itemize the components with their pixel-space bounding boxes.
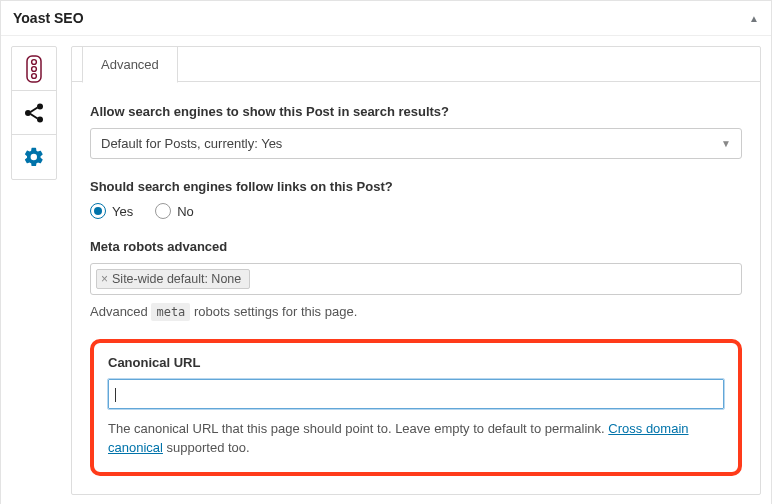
canonical-description: The canonical URL that this page should … bbox=[108, 419, 724, 458]
svg-line-7 bbox=[31, 107, 38, 112]
meta-robots-input[interactable]: × Site-wide default: None bbox=[90, 263, 742, 295]
follow-links-radios: Yes No bbox=[90, 203, 742, 219]
panel-body: Advanced Allow search engines to show th… bbox=[1, 36, 771, 504]
meta-robots-chip[interactable]: × Site-wide default: None bbox=[96, 269, 250, 289]
share-icon bbox=[23, 102, 45, 124]
chevron-down-icon: ▼ bbox=[721, 138, 731, 149]
svg-point-3 bbox=[32, 73, 37, 78]
allow-search-value: Default for Posts, currently: Yes bbox=[101, 136, 282, 151]
allow-search-field: Allow search engines to show this Post i… bbox=[90, 104, 742, 159]
radio-no-input[interactable] bbox=[155, 203, 171, 219]
yoast-seo-panel: Yoast SEO ▲ bbox=[0, 0, 772, 504]
readability-tab[interactable] bbox=[12, 47, 56, 91]
svg-point-6 bbox=[37, 116, 43, 122]
svg-line-8 bbox=[31, 114, 38, 119]
svg-point-1 bbox=[32, 59, 37, 64]
social-tab[interactable] bbox=[12, 91, 56, 135]
svg-point-4 bbox=[25, 110, 31, 116]
allow-search-select[interactable]: Default for Posts, currently: Yes ▼ bbox=[90, 128, 742, 159]
side-tabs bbox=[11, 46, 57, 180]
meta-robots-help: Advanced meta robots settings for this p… bbox=[90, 304, 742, 319]
radio-yes-input[interactable] bbox=[90, 203, 106, 219]
advanced-tab-icon[interactable] bbox=[12, 135, 56, 179]
radio-yes-label: Yes bbox=[112, 204, 133, 219]
follow-links-field: Should search engines follow links on th… bbox=[90, 179, 742, 219]
svg-point-2 bbox=[32, 66, 37, 71]
gear-icon bbox=[23, 146, 45, 168]
tab-content: Allow search engines to show this Post i… bbox=[72, 81, 760, 494]
panel-header[interactable]: Yoast SEO ▲ bbox=[1, 1, 771, 36]
close-icon[interactable]: × bbox=[101, 272, 108, 286]
meta-robots-chip-label: Site-wide default: None bbox=[112, 272, 241, 286]
meta-robots-label: Meta robots advanced bbox=[90, 239, 742, 254]
allow-search-label: Allow search engines to show this Post i… bbox=[90, 104, 742, 119]
radio-yes[interactable]: Yes bbox=[90, 203, 133, 219]
canonical-input[interactable] bbox=[108, 379, 724, 409]
radio-no[interactable]: No bbox=[155, 203, 194, 219]
collapse-icon[interactable]: ▲ bbox=[749, 13, 759, 24]
meta-code: meta bbox=[151, 303, 190, 321]
canonical-highlight: Canonical URL The canonical URL that thi… bbox=[90, 339, 742, 476]
meta-robots-field: Meta robots advanced × Site-wide default… bbox=[90, 239, 742, 319]
content-area: Advanced Allow search engines to show th… bbox=[71, 46, 761, 495]
text-cursor bbox=[115, 388, 116, 402]
traffic-light-icon bbox=[24, 55, 44, 83]
svg-point-5 bbox=[37, 103, 43, 109]
follow-links-label: Should search engines follow links on th… bbox=[90, 179, 742, 194]
panel-title: Yoast SEO bbox=[13, 10, 84, 26]
tab-advanced[interactable]: Advanced bbox=[82, 46, 178, 83]
tab-row: Advanced bbox=[72, 47, 760, 82]
radio-no-label: No bbox=[177, 204, 194, 219]
canonical-label: Canonical URL bbox=[108, 355, 724, 370]
